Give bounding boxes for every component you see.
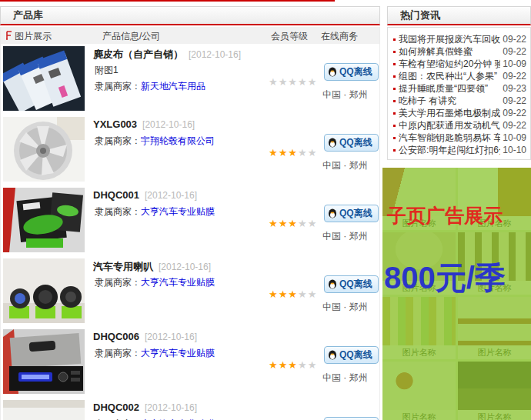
vendor-label: 隶属商家： (95, 277, 141, 288)
member-level-stars: ★★★★★ (269, 288, 317, 300)
vendor-label: 隶属商家： (95, 348, 141, 358)
product-thumbnail[interactable] (3, 329, 85, 394)
news-link[interactable]: 吃柿子 有讲究 (399, 95, 500, 107)
news-item[interactable]: 公安部:明年起闯红灯扣6分 挡 10-10 (392, 144, 526, 156)
product-date: [2012-10-16] (145, 332, 197, 342)
star-filled-icon: ★ (269, 359, 279, 371)
qq-offline-button[interactable]: QQ离线 (324, 205, 379, 222)
vendor-link[interactable]: 大亨汽车专业贴膜 (141, 277, 215, 288)
member-level-stars: ★★★★★ (269, 76, 317, 88)
star-empty-icon: ★ (279, 76, 289, 88)
vendor-link[interactable]: 新天地汽车用品 (141, 81, 205, 92)
star-empty-icon: ★ (298, 218, 308, 229)
vendor-link[interactable]: 大亨汽车专业贴膜 (141, 206, 215, 217)
star-empty-icon: ★ (308, 218, 318, 229)
qq-button-label: QQ离线 (339, 207, 372, 220)
product-list: 麂皮布（自产自销）[2012-10-16] 附图1 隶属商家：新天地汽车用品 ★… (1, 44, 379, 420)
star-filled-icon: ★ (269, 218, 279, 229)
product-name: DHQC001 (93, 189, 139, 201)
qq-offline-button[interactable]: QQ离线 (324, 63, 379, 81)
vendor-link[interactable]: 宇翔轮毂有限公司 (141, 135, 215, 146)
product-date: [2012-10-16] (142, 119, 195, 130)
news-item[interactable]: 车检有望缩短约20分钟 验车将 10-09 (392, 58, 526, 70)
product-date: [2012-10-16] (145, 402, 197, 413)
star-empty-icon: ★ (298, 288, 308, 300)
product-location: 中国 · 郑州 (322, 372, 368, 385)
news-item[interactable]: 汽车智能钥匙脆弱易坏 车主需 10-09 (392, 132, 526, 144)
star-filled-icon: ★ (288, 288, 298, 300)
bullet-icon (393, 75, 396, 78)
star-empty-icon: ★ (288, 76, 298, 88)
product-name: YXLG003 (93, 118, 137, 130)
qq-offline-button[interactable]: QQ离线 (324, 417, 379, 420)
product-thumbnail[interactable] (3, 258, 85, 323)
news-link[interactable]: 提升睡眠质量“四要领” (399, 82, 500, 95)
bullet-icon (393, 88, 396, 90)
news-date: 09-22 (503, 95, 526, 107)
bullet-icon (393, 112, 396, 115)
product-name-link[interactable]: 麂皮布（自产自销）[2012-10-16] (93, 48, 241, 62)
star-filled-icon: ★ (279, 359, 289, 371)
news-link[interactable]: 公安部:明年起闯红灯扣6分 挡 (399, 144, 500, 156)
qq-offline-button[interactable]: QQ离线 (324, 275, 379, 293)
product-name-link[interactable]: DHQC002[2012-10-16] (93, 402, 197, 413)
product-name-link[interactable]: DHQC001[2012-10-16] (93, 189, 197, 201)
star-empty-icon: ★ (308, 288, 318, 300)
product-date: [2012-10-16] (159, 262, 211, 272)
news-item[interactable]: 组图：农民种出“人参果”！ 09-22 (392, 70, 526, 82)
news-link[interactable]: 如何辨解真假蜂蜜 (399, 45, 500, 58)
product-name-link[interactable]: 汽车专用喇叭[2012-10-16] (93, 260, 211, 274)
product-name-link[interactable]: YXLG003[2012-10-16] (93, 118, 195, 130)
news-link[interactable]: 汽车智能钥匙脆弱易坏 车主需 (399, 132, 500, 144)
news-link[interactable]: 车检有望缩短约20分钟 验车将 (399, 58, 500, 70)
qq-button-label: QQ离线 (339, 136, 372, 149)
page-top-accent-line (0, 0, 335, 2)
qq-button-label: QQ离线 (339, 278, 372, 291)
product-thumbnail[interactable] (3, 188, 85, 252)
product-name: DHQC002 (93, 402, 139, 413)
news-item[interactable]: 提升睡眠质量“四要领” 09-23 (392, 82, 526, 95)
list-marker-icon (5, 31, 12, 40)
star-filled-icon: ★ (288, 147, 298, 158)
qq-penguin-icon (328, 67, 337, 77)
news-item[interactable]: 我国将开展报废汽车回收拆解 09-22 (392, 33, 526, 45)
news-date: 09-22 (503, 33, 526, 45)
member-level-stars: ★★★★★ (269, 218, 317, 229)
news-link[interactable]: 中原内配获通用发动机气缸套 (399, 119, 500, 132)
news-date: 09-22 (503, 70, 526, 82)
product-thumbnail[interactable] (3, 46, 85, 111)
news-link[interactable]: 组图：农民种出“人参果”！ (399, 70, 500, 82)
car-stereo-photo (3, 329, 85, 394)
product-date: [2012-10-16] (189, 49, 241, 60)
news-item[interactable]: 中原内配获通用发动机气缸套 09-22 (392, 119, 526, 132)
product-vendor-line: 隶属商家：大亨汽车专业贴膜 (95, 205, 215, 218)
news-date: 10-10 (503, 144, 526, 156)
star-filled-icon: ★ (279, 147, 289, 158)
news-item[interactable]: 吃柿子 有讲究 09-22 (392, 95, 526, 107)
qq-offline-button[interactable]: QQ离线 (324, 346, 379, 364)
column-header-image: 图片展示 (15, 30, 52, 43)
product-row: YXLG003[2012-10-16] 隶属商家：宇翔轮毂有限公司 ★★★★★ … (1, 115, 379, 185)
sidebar-ad-banner[interactable]: 图片名称 图片名称 图片名称 图片名称 图片名称 图片名称 图片名称 图片名称 (382, 168, 531, 420)
qq-offline-button[interactable]: QQ离线 (324, 134, 379, 152)
product-library-title: 产品库 (1, 7, 379, 24)
news-link[interactable]: 我国将开展报废汽车回收拆解 (399, 33, 500, 45)
hot-news-title: 热门资讯 (388, 7, 530, 24)
star-filled-icon: ★ (269, 147, 279, 158)
vendor-label: 隶属商家： (95, 135, 141, 146)
product-name: 汽车专用喇叭 (93, 261, 153, 272)
member-level-stars: ★★★★★ (269, 359, 317, 371)
vendor-link[interactable]: 大亨汽车专业贴膜 (141, 348, 215, 358)
alloy-wheel-photo (3, 117, 85, 182)
news-link[interactable]: 美大学用石墨烯电极制成锂电 (399, 107, 500, 119)
product-library-panel-header: 产品库 (0, 6, 380, 25)
product-name-link[interactable]: DHQC006[2012-10-16] (93, 331, 197, 342)
ad-overlay-title: 子页广告展示 (387, 203, 503, 228)
news-item[interactable]: 美大学用石墨烯电极制成锂电 09-22 (392, 107, 526, 119)
bullet-icon (393, 63, 396, 65)
news-item[interactable]: 如何辨解真假蜂蜜 09-22 (392, 45, 526, 58)
product-photo (3, 400, 85, 420)
product-attachment-link[interactable]: 附图1 (95, 64, 119, 77)
product-thumbnail[interactable] (3, 400, 85, 420)
product-thumbnail[interactable] (3, 117, 85, 182)
